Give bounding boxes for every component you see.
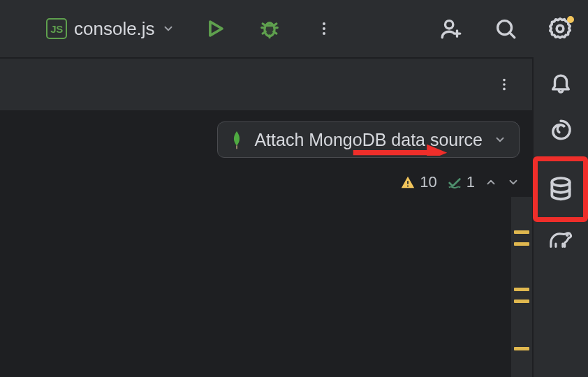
error-stripe-marker[interactable] <box>514 288 529 291</box>
svg-rect-10 <box>407 181 409 184</box>
chevron-up-icon[interactable] <box>485 176 497 188</box>
run-configuration-group: JS console.js <box>0 18 175 40</box>
attach-mongodb-button[interactable]: Attach MongoDB data source <box>217 121 520 158</box>
svg-point-3 <box>323 32 325 35</box>
elephant-icon <box>547 227 575 251</box>
editor-tab-bar <box>0 59 532 112</box>
settings-button[interactable] <box>546 15 574 43</box>
title-actions-group <box>437 15 574 43</box>
run-configuration-filename: console.js <box>74 18 155 40</box>
warnings-count: 10 <box>420 173 436 191</box>
svg-rect-11 <box>407 186 409 187</box>
weak-warning-check-icon <box>447 175 462 190</box>
chevron-down-icon <box>494 133 506 146</box>
error-stripe-marker[interactable] <box>514 300 529 303</box>
svg-point-1 <box>323 22 325 25</box>
play-icon <box>203 17 227 40</box>
title-toolbar: JS console.js <box>0 0 588 57</box>
code-with-me-button[interactable] <box>437 15 465 43</box>
run-configuration-chip[interactable]: JS console.js <box>46 18 175 40</box>
spiral-icon <box>549 118 573 142</box>
editor-tab-options-button[interactable] <box>490 71 518 98</box>
right-tool-sidebar <box>534 57 588 377</box>
weak-warnings-count: 1 <box>466 173 475 191</box>
notifications-button[interactable] <box>547 68 575 96</box>
database-tool-highlight <box>533 156 588 222</box>
svg-point-6 <box>557 25 564 32</box>
svg-point-12 <box>552 178 569 186</box>
database-tool-button[interactable] <box>547 175 575 203</box>
nodejs-file-icon: JS <box>46 18 67 39</box>
editor-surface[interactable] <box>0 197 532 377</box>
search-everywhere-button[interactable] <box>492 15 520 43</box>
warning-icon <box>400 175 416 190</box>
more-actions-button[interactable] <box>310 15 338 43</box>
error-stripe-rail[interactable] <box>511 197 532 377</box>
ai-assistant-button[interactable] <box>547 116 575 144</box>
svg-point-4 <box>446 21 453 29</box>
js-icon-text: JS <box>50 23 62 35</box>
svg-point-9 <box>503 88 506 91</box>
attach-mongodb-label: Attach MongoDB data source <box>254 130 483 150</box>
kebab-icon <box>497 77 512 92</box>
weak-warnings-badge[interactable]: 1 <box>447 173 475 191</box>
editor-banner: Attach MongoDB data source <box>0 112 532 168</box>
svg-point-7 <box>503 79 506 82</box>
warnings-badge[interactable]: 10 <box>400 173 436 191</box>
svg-point-13 <box>566 235 568 236</box>
database-icon <box>547 176 574 202</box>
editor-area: Attach MongoDB data source 10 <box>0 57 534 377</box>
run-button[interactable] <box>201 15 229 43</box>
chevron-down-icon <box>162 22 175 35</box>
error-stripe-marker[interactable] <box>514 347 529 350</box>
run-actions-group <box>201 15 338 43</box>
inspection-widget[interactable]: 10 1 <box>0 168 532 197</box>
svg-point-8 <box>503 83 506 86</box>
chevron-down-icon[interactable] <box>507 176 520 188</box>
mongodb-leaf-icon <box>230 130 243 149</box>
kebab-icon <box>316 20 332 37</box>
svg-point-2 <box>323 27 325 30</box>
error-stripe-marker[interactable] <box>514 242 529 246</box>
user-plus-icon <box>439 17 463 40</box>
settings-update-dot-icon <box>567 16 574 23</box>
error-stripe-marker[interactable] <box>514 230 529 234</box>
bell-icon <box>549 71 573 94</box>
gradle-tool-button[interactable] <box>547 225 575 253</box>
search-icon <box>494 17 517 40</box>
bug-icon <box>258 17 281 40</box>
debug-button[interactable] <box>256 15 284 43</box>
